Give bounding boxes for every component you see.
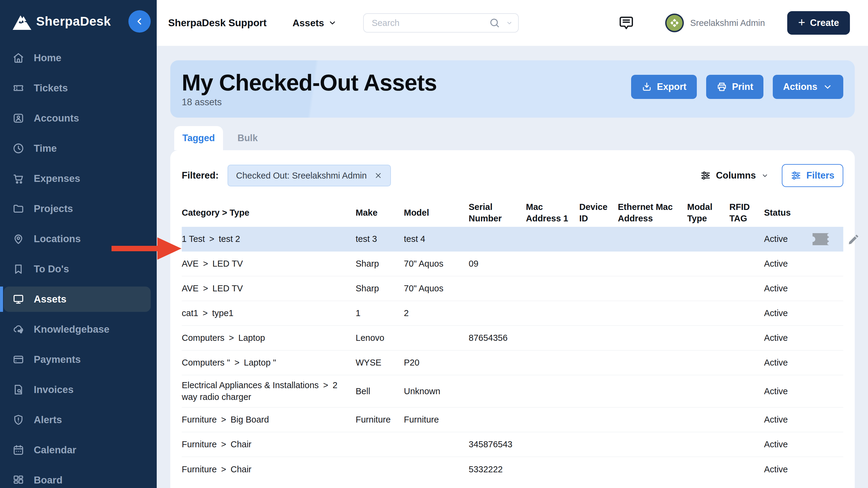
monitor-icon — [12, 293, 25, 306]
tab-bulk[interactable]: Bulk — [223, 126, 272, 150]
global-search — [363, 13, 519, 33]
assets-nav-dropdown[interactable]: Assets — [292, 18, 337, 29]
category-type-cell: Electrical Appliances & Installations > … — [182, 375, 355, 407]
calendar-icon — [12, 444, 25, 456]
serial-number-cell: 87654356 — [469, 328, 526, 348]
sidebar-collapse-button[interactable] — [128, 10, 151, 33]
sidebar-item-expenses[interactable]: Expenses — [4, 164, 151, 194]
avatar[interactable] — [665, 13, 684, 33]
rfid-tag-cell — [730, 309, 764, 318]
sidebar-item-to-do-s[interactable]: To Do's — [4, 254, 151, 284]
modal-type-cell — [687, 387, 730, 395]
category-type-cell: Furniture > Chair — [182, 459, 355, 480]
table-row[interactable]: Computers > LaptopLenovo87654356Active — [182, 326, 843, 350]
sidebar-item-calendar[interactable]: Calendar — [4, 435, 151, 465]
sidebar-item-label: Board — [34, 475, 62, 486]
filter-chip-remove-button[interactable] — [374, 171, 382, 180]
status-cell: Active — [764, 228, 866, 250]
sidebar-item-board[interactable]: Board — [4, 465, 151, 488]
chat-notes-icon — [618, 15, 635, 31]
table-body: 1 Test > test 2test 3test 4ActiveAVE > L… — [182, 227, 843, 482]
chevron-down-icon — [328, 19, 337, 27]
pencil-icon[interactable] — [847, 233, 860, 246]
rfid-tag-cell — [730, 440, 764, 449]
modal-type-cell — [687, 334, 730, 342]
create-button[interactable]: + Create — [787, 11, 850, 35]
user-name[interactable]: Sreelakshmi Admin — [690, 18, 765, 28]
table-row[interactable]: Furniture > Chair345876543Active — [182, 432, 843, 457]
table-row[interactable]: 1 Test > test 2test 3test 4Active — [182, 227, 843, 252]
ethernet-mac-cell — [618, 334, 687, 342]
actions-button[interactable]: Actions — [773, 75, 843, 99]
make-cell: Furniture — [355, 409, 404, 430]
serial-number-cell: 345876543 — [469, 434, 526, 455]
sidebar-item-time[interactable]: Time — [4, 133, 151, 164]
column-header: Device ID — [579, 201, 618, 224]
print-button[interactable]: Print — [706, 75, 764, 99]
tab-tagged[interactable]: Tagged — [174, 126, 223, 150]
table-row[interactable]: Furniture > Big BoardFurnitureFurnitureA… — [182, 407, 843, 432]
export-button[interactable]: Export — [631, 75, 697, 99]
close-icon — [374, 171, 382, 180]
sidebar-item-knowledgebase[interactable]: Knowledgebase — [4, 314, 151, 344]
mac-address-1-cell — [526, 334, 579, 342]
device-id-cell — [579, 235, 618, 243]
columns-dropdown[interactable]: Columns — [700, 170, 769, 181]
sidebar-item-projects[interactable]: Projects — [4, 194, 151, 224]
status-value: Active — [764, 385, 788, 397]
serial-number-cell — [469, 284, 526, 293]
sidebar-item-invoices[interactable]: Invoices — [4, 375, 151, 405]
search-icon[interactable] — [489, 17, 501, 29]
ticket-icon[interactable] — [811, 233, 830, 246]
sidebar-item-label: Accounts — [34, 113, 79, 124]
sidebar-item-tickets[interactable]: Tickets — [4, 73, 151, 103]
chevron-down-icon — [822, 81, 833, 92]
device-id-cell — [579, 334, 618, 342]
ticket-icon — [12, 82, 25, 94]
table-row[interactable]: Electrical Appliances & Installations > … — [182, 375, 843, 407]
search-scope-chevron-icon[interactable] — [505, 19, 513, 27]
ethernet-mac-cell — [618, 440, 687, 449]
model-cell — [404, 440, 469, 449]
messages-button[interactable] — [618, 15, 635, 31]
mac-address-1-cell — [526, 358, 579, 367]
category-type-cell: 1 Test > test 2 — [182, 229, 355, 249]
filtered-label: Filtered: — [182, 170, 218, 181]
table-row[interactable]: AVE > LED TVSharp70" Aquos09Active — [182, 252, 843, 276]
table-row[interactable]: cat1 > type112Active — [182, 301, 843, 326]
org-title: SherpaDesk Support — [168, 17, 267, 29]
device-id-cell — [579, 387, 618, 395]
sidebar-item-label: Tickets — [34, 82, 68, 94]
table-row[interactable]: Furniture > Chair5332222Active — [182, 457, 843, 482]
device-id-cell — [579, 284, 618, 293]
invoice-search-icon — [12, 383, 25, 396]
main-content: My Checked-Out Assets 18 assets Export P… — [157, 46, 868, 488]
filters-button[interactable]: Filters — [782, 164, 843, 187]
sidebar-item-assets[interactable]: Assets — [4, 287, 151, 312]
status-cell: Active — [764, 303, 843, 323]
status-cell: Active — [764, 278, 843, 298]
table-row[interactable]: AVE > LED TVSharp70" AquosActive — [182, 276, 843, 301]
sidebar-item-payments[interactable]: Payments — [4, 344, 151, 375]
sidebar-nav: HomeTicketsAccountsTimeExpensesProjectsL… — [0, 43, 157, 488]
column-header: Mac Address 1 — [526, 201, 579, 224]
column-header: Ethernet Mac Address — [618, 201, 687, 224]
model-cell: P20 — [404, 352, 469, 373]
status-value: Active — [764, 438, 788, 450]
sidebar: SherpaDesk HomeTicketsAccountsTimeExpens… — [0, 0, 157, 488]
status-cell: Active — [764, 381, 843, 401]
sidebar-item-home[interactable]: Home — [4, 43, 151, 73]
device-id-cell — [579, 415, 618, 424]
sidebar-item-alerts[interactable]: Alerts — [4, 405, 151, 435]
table-row[interactable]: Computers " > Laptop "WYSEP20Active — [182, 350, 843, 375]
top-header: SherpaDesk Support Assets — [157, 0, 868, 46]
sidebar-item-label: Projects — [34, 203, 73, 214]
rfid-tag-cell — [730, 334, 764, 342]
modal-type-cell — [687, 440, 730, 449]
id-card-icon — [12, 112, 25, 124]
status-cell: Active — [764, 328, 843, 348]
make-cell: WYSE — [355, 352, 404, 373]
sidebar-item-locations[interactable]: Locations — [4, 224, 151, 254]
make-cell: Bell — [355, 381, 404, 401]
sidebar-item-accounts[interactable]: Accounts — [4, 103, 151, 133]
